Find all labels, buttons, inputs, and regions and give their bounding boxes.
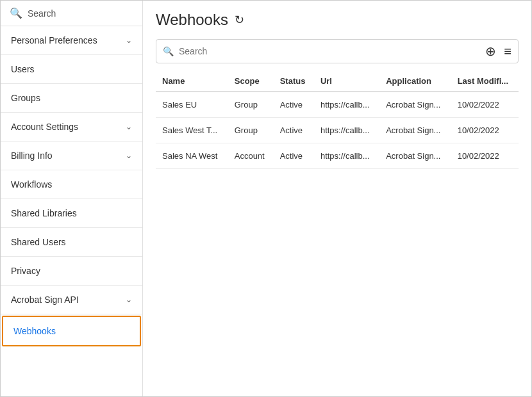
table-header-row: Name Scope Status Url Application Last M… xyxy=(156,71,519,92)
table-row[interactable]: Sales EUGroupActivehttps://callb...Acrob… xyxy=(156,92,519,118)
table-row[interactable]: Sales NA WestAccountActivehttps://callb.… xyxy=(156,143,519,169)
sidebar-item-label: Shared Libraries xyxy=(11,208,77,218)
sidebar-item-label: Webhooks xyxy=(13,326,56,336)
page-header: Webhooks ↻ xyxy=(156,11,519,29)
sidebar-item-label: Groups xyxy=(11,93,40,103)
cell-scope: Group xyxy=(228,92,274,118)
col-application: Application xyxy=(379,71,451,92)
cell-url: https://callb... xyxy=(314,118,379,143)
page-title: Webhooks xyxy=(156,11,228,29)
search-icon: 🔍 xyxy=(10,7,22,19)
refresh-button[interactable]: ↻ xyxy=(235,13,244,27)
sidebar-search[interactable]: 🔍 Search xyxy=(1,1,142,26)
chevron-down-icon: ⌄ xyxy=(126,151,132,160)
sidebar-item-label: Billing Info xyxy=(11,150,53,161)
search-field-container: 🔍 xyxy=(163,46,485,56)
sidebar-item-privacy[interactable]: Privacy xyxy=(1,257,142,286)
cell-scope: Group xyxy=(228,118,274,143)
cell-last_modified: 10/02/2022 xyxy=(451,92,519,118)
sidebar-item-workflows[interactable]: Workflows xyxy=(1,170,142,199)
cell-application: Acrobat Sign... xyxy=(379,143,451,169)
cell-application: Acrobat Sign... xyxy=(379,118,451,143)
cell-status: Active xyxy=(274,143,314,169)
sidebar-item-label: Users xyxy=(11,64,35,74)
sidebar-item-users[interactable]: Users xyxy=(1,55,142,84)
add-webhook-button[interactable]: ⊕ xyxy=(485,44,496,59)
chevron-down-icon: ⌄ xyxy=(126,36,132,45)
search-actions: ⊕ ≡ xyxy=(485,44,511,59)
chevron-down-icon: ⌄ xyxy=(126,295,132,304)
cell-last_modified: 10/02/2022 xyxy=(451,118,519,143)
cell-status: Active xyxy=(274,118,314,143)
sidebar-item-billing-info[interactable]: Billing Info ⌄ xyxy=(1,142,142,170)
sidebar: 🔍 Search Personal Preferences ⌄ Users Gr… xyxy=(1,1,143,397)
sidebar-item-label: Shared Users xyxy=(11,237,66,247)
webhook-table: Name Scope Status Url Application Last M… xyxy=(156,71,519,169)
search-icon: 🔍 xyxy=(163,46,174,56)
cell-last_modified: 10/02/2022 xyxy=(451,143,519,169)
sidebar-item-label: Privacy xyxy=(11,266,40,276)
sidebar-item-acrobat-sign-api[interactable]: Acrobat Sign API ⌄ xyxy=(1,286,142,314)
sidebar-item-label: Account Settings xyxy=(11,122,78,132)
col-status: Status xyxy=(274,71,314,92)
cell-url: https://callb... xyxy=(314,92,379,118)
cell-name: Sales West T... xyxy=(156,118,228,143)
sidebar-item-groups[interactable]: Groups xyxy=(1,84,142,113)
menu-button[interactable]: ≡ xyxy=(504,44,511,59)
chevron-down-icon: ⌄ xyxy=(126,122,132,131)
sidebar-item-label: Acrobat Sign API xyxy=(11,295,79,305)
cell-name: Sales EU xyxy=(156,92,228,118)
sidebar-item-webhooks[interactable]: Webhooks xyxy=(2,316,141,346)
sidebar-item-personal-preferences[interactable]: Personal Preferences ⌄ xyxy=(1,26,142,55)
main-search-bar: 🔍 ⊕ ≡ xyxy=(156,39,519,63)
sidebar-item-shared-users[interactable]: Shared Users xyxy=(1,228,142,257)
cell-url: https://callb... xyxy=(314,143,379,169)
sidebar-item-account-settings[interactable]: Account Settings ⌄ xyxy=(1,113,142,142)
col-url: Url xyxy=(314,71,379,92)
cell-application: Acrobat Sign... xyxy=(379,92,451,118)
sidebar-item-shared-libraries[interactable]: Shared Libraries xyxy=(1,199,142,228)
cell-status: Active xyxy=(274,92,314,118)
sidebar-item-label: Personal Preferences xyxy=(11,35,97,45)
cell-name: Sales NA West xyxy=(156,143,228,169)
cell-scope: Account xyxy=(228,143,274,169)
search-input[interactable] xyxy=(179,46,485,56)
col-last-modified: Last Modifi... xyxy=(451,71,519,92)
table-row[interactable]: Sales West T...GroupActivehttps://callb.… xyxy=(156,118,519,143)
sidebar-search-label: Search xyxy=(28,8,56,19)
col-name: Name xyxy=(156,71,228,92)
sidebar-item-label: Workflows xyxy=(11,179,52,190)
main-content: Webhooks ↻ 🔍 ⊕ ≡ Name Scope Status Url A… xyxy=(143,1,531,396)
col-scope: Scope xyxy=(228,71,274,92)
